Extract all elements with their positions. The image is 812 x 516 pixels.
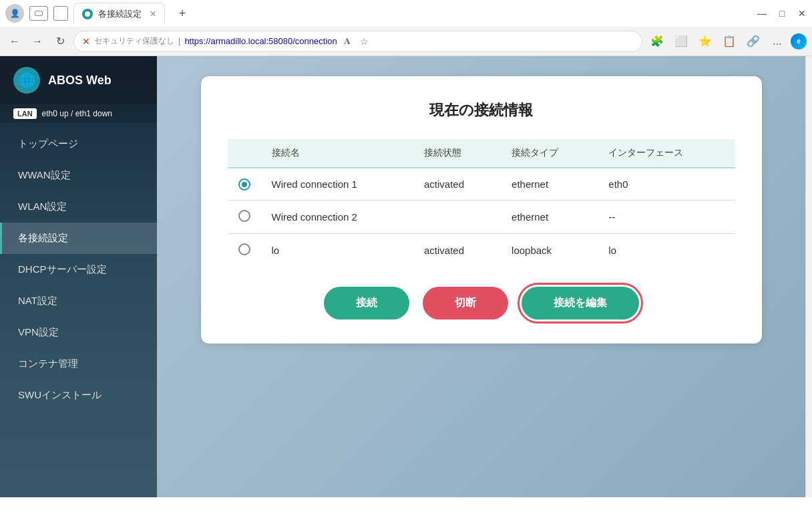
url-bar[interactable]: ✕ セキュリティ保護なし | https://armadillo.local:5… (73, 31, 642, 52)
connection-interface-2: -- (598, 201, 735, 234)
url-bar-icons: 𝐀 ☆ (341, 33, 371, 49)
minimize-button[interactable]: — (757, 9, 767, 18)
toolbar-right: 🧩 ⬜ ⭐ 📋 🔗 ... e (646, 31, 807, 52)
connection-status-3: activated (413, 234, 501, 267)
back-button[interactable]: ← (5, 32, 24, 51)
url-separator: | (178, 36, 180, 46)
connection-type-1: ethernet (501, 168, 598, 201)
connection-type-2: ethernet (501, 201, 598, 234)
security-text: セキュリティ保護なし (94, 35, 174, 47)
maximize-button[interactable]: □ (777, 9, 787, 18)
extensions-icon[interactable]: 🧩 (646, 31, 668, 52)
table-header-row: 接続名 接続状態 接続タイプ インターフェース (228, 139, 735, 168)
radio-cell-3[interactable] (228, 234, 261, 267)
tab-close-button[interactable]: ✕ (150, 9, 156, 19)
title-bar: 👤 各接続設定 ✕ + — □ ✕ (0, 0, 812, 27)
table-row: Wired connection 1 activated ethernet et… (228, 168, 735, 201)
logo-text: 🌐 (19, 72, 35, 88)
edge-profile-icon[interactable]: e (791, 33, 807, 49)
connection-interface-1: eth0 (598, 168, 735, 201)
refresh-button[interactable]: ↻ (51, 32, 69, 51)
tab-favicon (82, 9, 93, 19)
radio-button-1[interactable] (238, 178, 250, 190)
sidebar-header: 🌐 ABOS Web (0, 56, 157, 104)
svg-point-0 (85, 11, 90, 17)
profile-icon[interactable]: 👤 (5, 4, 24, 23)
radio-button-3[interactable] (238, 243, 250, 255)
sidebar-title: ABOS Web (48, 74, 112, 88)
connection-name-2: Wired connection 2 (261, 201, 413, 234)
connection-interface-3: lo (598, 234, 735, 267)
table-header-name: 接続名 (261, 139, 413, 168)
connection-name-1: Wired connection 1 (261, 168, 413, 201)
sidebar-nav: トップページ WWAN設定 WLAN設定 各接続設定 DHCPサーバー設定 NA… (0, 123, 157, 497)
table-header-status: 接続状態 (413, 139, 501, 168)
close-button[interactable]: ✕ (797, 9, 807, 18)
sidebar-icon[interactable]: ⬜ (670, 31, 692, 52)
url-text: https://armadillo.local:58080/connection (184, 36, 337, 46)
tab-icon[interactable] (29, 6, 48, 21)
table-header-type: 接続タイプ (501, 139, 598, 168)
forward-button[interactable]: → (28, 32, 47, 51)
address-bar: ← → ↻ ✕ セキュリティ保護なし | https://armadillo.l… (0, 27, 812, 56)
share-icon[interactable]: 🔗 (743, 31, 764, 52)
sidebar-item-dhcp[interactable]: DHCPサーバー設定 (0, 254, 157, 285)
sidebar: 🌐 ABOS Web LAN eth0 up / eth1 down トップペー… (0, 56, 157, 497)
table-header-select (228, 139, 261, 168)
sidebar-item-wlan[interactable]: WLAN設定 (0, 191, 157, 223)
sidebar-item-vpn[interactable]: VPN設定 (0, 317, 157, 348)
scrollbar[interactable] (805, 56, 812, 497)
security-icon: ✕ (82, 36, 90, 47)
sidebar-item-container[interactable]: コンテナ管理 (0, 348, 157, 380)
card-title: 現在の接続情報 (228, 100, 735, 120)
favorites-icon[interactable]: ⭐ (694, 31, 716, 52)
connection-type-3: loopback (501, 234, 598, 267)
bookmark-icon[interactable]: ☆ (357, 33, 371, 49)
browser-chrome: 👤 各接続設定 ✕ + — □ ✕ ← → ↻ ✕ セキュリティ保護なし | (0, 0, 812, 56)
table-header-interface: インターフェース (598, 139, 735, 168)
connect-button[interactable]: 接続 (324, 287, 409, 319)
collections-icon[interactable]: 📋 (719, 31, 740, 52)
browser-tab-active[interactable]: 各接続設定 ✕ (73, 3, 165, 24)
lan-badge: LAN (13, 108, 37, 119)
connection-name-3: lo (261, 234, 413, 267)
window-icon[interactable] (53, 6, 68, 21)
title-bar-controls: — □ ✕ (757, 9, 807, 18)
sidebar-item-connections[interactable]: 各接続設定 (0, 223, 157, 254)
sidebar-status: LAN eth0 up / eth1 down (0, 104, 157, 123)
table-row: Wired connection 2 ethernet -- (228, 201, 735, 234)
app-layout: 🌐 ABOS Web LAN eth0 up / eth1 down トップペー… (0, 56, 812, 497)
radio-cell-1[interactable] (228, 168, 261, 201)
table-row: lo activated loopback lo (228, 234, 735, 267)
sidebar-item-swu[interactable]: SWUインストール (0, 380, 157, 411)
connection-card: 現在の接続情報 接続名 接続状態 接続タイプ インターフェース (201, 76, 762, 344)
new-tab-button[interactable]: + (173, 4, 192, 23)
lan-status-text: eth0 up / eth1 down (42, 109, 112, 118)
radio-button-2[interactable] (238, 210, 250, 222)
sidebar-item-wwan[interactable]: WWAN設定 (0, 160, 157, 191)
tab-label: 各接続設定 (98, 8, 142, 20)
button-row: 接続 切断 接続を編集 (228, 287, 735, 319)
profile-icon-glyph: 👤 (10, 9, 20, 18)
main-content: 現在の接続情報 接続名 接続状態 接続タイプ インターフェース (157, 56, 805, 497)
sidebar-item-nat[interactable]: NAT設定 (0, 285, 157, 317)
connection-status-1: activated (413, 168, 501, 201)
sidebar-logo: 🌐 (13, 67, 40, 94)
connection-table: 接続名 接続状態 接続タイプ インターフェース Wired connection… (228, 139, 735, 267)
sidebar-item-top[interactable]: トップページ (0, 128, 157, 160)
read-mode-icon[interactable]: 𝐀 (341, 33, 353, 49)
edit-connection-button[interactable]: 接続を編集 (522, 287, 639, 319)
disconnect-button[interactable]: 切断 (423, 287, 508, 319)
more-button[interactable]: ... (767, 31, 788, 52)
radio-cell-2[interactable] (228, 201, 261, 234)
connection-status-2 (413, 201, 501, 234)
